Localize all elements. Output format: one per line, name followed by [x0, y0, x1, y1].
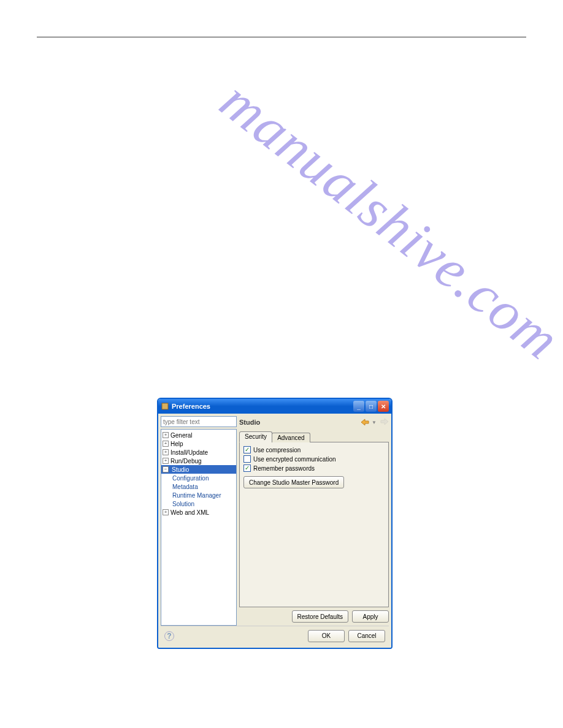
- checkbox-icon[interactable]: [243, 455, 251, 463]
- filter-input[interactable]: [161, 416, 237, 427]
- expand-icon[interactable]: +: [163, 441, 169, 447]
- checkbox-icon[interactable]: ✓: [243, 446, 251, 453]
- checkbox-label: Use compression: [253, 447, 301, 453]
- option-use-encrypted[interactable]: Use encrypted communication: [243, 455, 385, 463]
- close-button[interactable]: ✕: [378, 401, 389, 412]
- nav-dropdown-icon[interactable]: ▼: [372, 420, 377, 425]
- preferences-dialog: Preferences _ □ ✕ + General + Help +: [157, 398, 393, 649]
- tree-label: Configuration: [172, 475, 209, 482]
- tree-label: Solution: [172, 501, 194, 507]
- maximize-button[interactable]: □: [366, 401, 377, 412]
- tree-label: General: [170, 432, 193, 439]
- svg-rect-0: [162, 403, 168, 409]
- ok-button[interactable]: OK: [308, 630, 345, 642]
- expand-icon[interactable]: +: [163, 509, 169, 515]
- dialog-body: + General + Help + Install/Update + Run/…: [158, 414, 391, 648]
- tree-item-web-xml[interactable]: + Web and XML: [161, 508, 236, 517]
- tree-item-solution[interactable]: Solution: [161, 499, 236, 508]
- tree-label: Help: [170, 441, 183, 447]
- tree-item-help[interactable]: + Help: [161, 439, 236, 448]
- right-header: Studio ▼: [239, 416, 389, 428]
- tabs: Security Advanced: [239, 431, 389, 442]
- tree-label: Metadata: [172, 483, 198, 490]
- app-icon: [161, 402, 169, 411]
- change-password-button[interactable]: Change Studio Master Password: [243, 476, 344, 488]
- checkbox-label: Use encrypted communication: [253, 456, 336, 463]
- option-remember-passwords[interactable]: ✓ Remember passwords: [243, 464, 385, 472]
- checkbox-label: Remember passwords: [253, 465, 315, 472]
- tree-label: Runtime Manager: [172, 492, 221, 499]
- minimize-button[interactable]: _: [353, 401, 364, 412]
- right-pane: Studio ▼ Security Advanced ✓: [239, 416, 389, 626]
- apply-button[interactable]: Apply: [352, 610, 389, 623]
- tree-label: Install/Update: [170, 449, 208, 456]
- nav-tree[interactable]: + General + Help + Install/Update + Run/…: [161, 429, 237, 626]
- collapse-icon[interactable]: −: [163, 466, 169, 472]
- expand-icon[interactable]: +: [163, 432, 169, 438]
- titlebar-title: Preferences: [172, 403, 352, 410]
- titlebar[interactable]: Preferences _ □ ✕: [158, 399, 391, 414]
- panel-buttons: Restore Defaults Apply: [239, 607, 389, 626]
- page-title: Studio: [239, 419, 361, 426]
- checkbox-icon[interactable]: ✓: [243, 464, 251, 472]
- tree-item-run-debug[interactable]: + Run/Debug: [161, 457, 236, 465]
- tab-security[interactable]: Security: [239, 431, 272, 442]
- expand-icon[interactable]: +: [163, 449, 169, 455]
- help-icon[interactable]: ?: [164, 631, 174, 641]
- tree-item-configuration[interactable]: Configuration: [161, 474, 236, 482]
- main-area: + General + Help + Install/Update + Run/…: [161, 416, 389, 626]
- tree-label: Run/Debug: [170, 458, 202, 464]
- tab-panel-security: ✓ Use compression Use encrypted communic…: [239, 442, 389, 607]
- tree-label: Web and XML: [170, 509, 209, 516]
- tree-item-install-update[interactable]: + Install/Update: [161, 448, 236, 457]
- tree-item-studio[interactable]: − Studio: [161, 465, 236, 474]
- tree-item-metadata[interactable]: Metadata: [161, 482, 236, 491]
- tree-item-runtime-manager[interactable]: Runtime Manager: [161, 491, 236, 499]
- left-pane: + General + Help + Install/Update + Run/…: [161, 416, 237, 626]
- cancel-button[interactable]: Cancel: [348, 630, 385, 642]
- tree-label: Studio: [170, 466, 190, 473]
- bottom-bar: ? OK Cancel: [161, 626, 389, 645]
- tree-item-general[interactable]: + General: [161, 431, 236, 439]
- page-divider: [37, 37, 526, 37]
- nav-back-icon[interactable]: [361, 418, 369, 427]
- tab-advanced[interactable]: Advanced: [272, 433, 310, 442]
- expand-icon[interactable]: +: [163, 458, 169, 464]
- nav-forward-icon: [380, 418, 389, 427]
- restore-defaults-button[interactable]: Restore Defaults: [292, 610, 348, 623]
- option-use-compression[interactable]: ✓ Use compression: [243, 446, 385, 453]
